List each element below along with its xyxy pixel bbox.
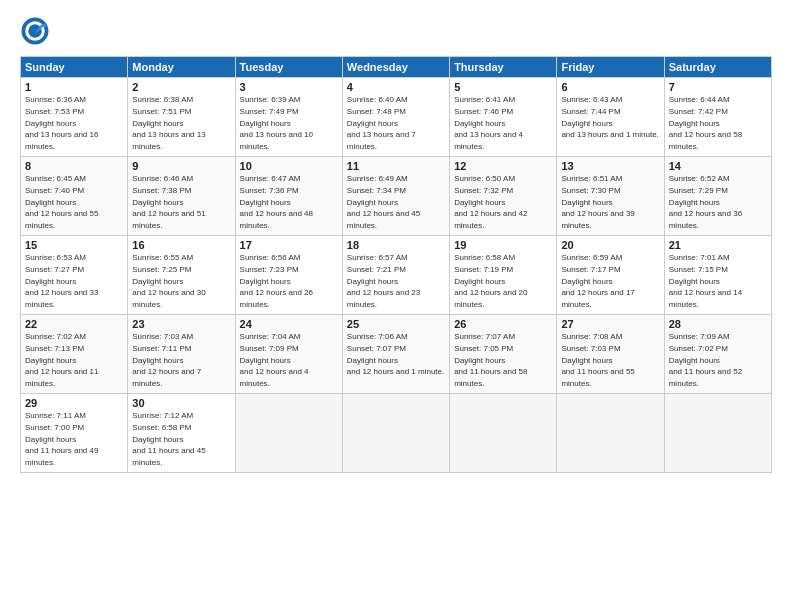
day-number: 4 [347, 81, 445, 93]
header-cell-monday: Monday [128, 57, 235, 78]
day-number: 16 [132, 239, 230, 251]
day-number: 22 [25, 318, 123, 330]
svg-point-2 [28, 24, 42, 38]
day-number: 23 [132, 318, 230, 330]
header-cell-saturday: Saturday [664, 57, 771, 78]
day-cell: 14 Sunrise: 6:52 AMSunset: 7:29 PMDaylig… [664, 156, 771, 235]
day-number: 26 [454, 318, 552, 330]
day-number: 30 [132, 397, 230, 409]
day-cell: 15 Sunrise: 6:53 AMSunset: 7:27 PMDaylig… [21, 235, 128, 314]
day-info: Sunrise: 6:47 AMSunset: 7:36 PMDaylight … [240, 174, 313, 230]
day-info: Sunrise: 6:45 AMSunset: 7:40 PMDaylight … [25, 174, 98, 230]
day-info: Sunrise: 7:07 AMSunset: 7:05 PMDaylight … [454, 332, 527, 388]
day-number: 8 [25, 160, 123, 172]
day-number: 11 [347, 160, 445, 172]
week-row-5: 29 Sunrise: 7:11 AMSunset: 7:00 PMDaylig… [21, 393, 772, 472]
day-number: 25 [347, 318, 445, 330]
day-number: 15 [25, 239, 123, 251]
day-info: Sunrise: 6:56 AMSunset: 7:23 PMDaylight … [240, 253, 313, 309]
day-cell: 25 Sunrise: 7:06 AMSunset: 7:07 PMDaylig… [342, 314, 449, 393]
day-info: Sunrise: 7:08 AMSunset: 7:03 PMDaylight … [561, 332, 634, 388]
day-info: Sunrise: 7:09 AMSunset: 7:02 PMDaylight … [669, 332, 742, 388]
day-cell: 13 Sunrise: 6:51 AMSunset: 7:30 PMDaylig… [557, 156, 664, 235]
day-info: Sunrise: 7:04 AMSunset: 7:09 PMDaylight … [240, 332, 309, 388]
day-cell: 7 Sunrise: 6:44 AMSunset: 7:42 PMDayligh… [664, 78, 771, 157]
day-number: 20 [561, 239, 659, 251]
day-number: 14 [669, 160, 767, 172]
logo [20, 16, 54, 46]
day-cell: 5 Sunrise: 6:41 AMSunset: 7:46 PMDayligh… [450, 78, 557, 157]
day-info: Sunrise: 6:36 AMSunset: 7:53 PMDaylight … [25, 95, 98, 151]
week-row-3: 15 Sunrise: 6:53 AMSunset: 7:27 PMDaylig… [21, 235, 772, 314]
day-cell: 6 Sunrise: 6:43 AMSunset: 7:44 PMDayligh… [557, 78, 664, 157]
day-cell: 8 Sunrise: 6:45 AMSunset: 7:40 PMDayligh… [21, 156, 128, 235]
day-cell: 24 Sunrise: 7:04 AMSunset: 7:09 PMDaylig… [235, 314, 342, 393]
day-number: 5 [454, 81, 552, 93]
day-info: Sunrise: 7:01 AMSunset: 7:15 PMDaylight … [669, 253, 742, 309]
day-info: Sunrise: 6:38 AMSunset: 7:51 PMDaylight … [132, 95, 205, 151]
day-cell: 1 Sunrise: 6:36 AMSunset: 7:53 PMDayligh… [21, 78, 128, 157]
day-cell: 21 Sunrise: 7:01 AMSunset: 7:15 PMDaylig… [664, 235, 771, 314]
day-cell: 29 Sunrise: 7:11 AMSunset: 7:00 PMDaylig… [21, 393, 128, 472]
day-number: 2 [132, 81, 230, 93]
day-number: 29 [25, 397, 123, 409]
day-number: 12 [454, 160, 552, 172]
day-info: Sunrise: 7:11 AMSunset: 7:00 PMDaylight … [25, 411, 98, 467]
day-info: Sunrise: 6:50 AMSunset: 7:32 PMDaylight … [454, 174, 527, 230]
day-cell: 3 Sunrise: 6:39 AMSunset: 7:49 PMDayligh… [235, 78, 342, 157]
week-row-1: 1 Sunrise: 6:36 AMSunset: 7:53 PMDayligh… [21, 78, 772, 157]
day-info: Sunrise: 6:59 AMSunset: 7:17 PMDaylight … [561, 253, 634, 309]
header-cell-wednesday: Wednesday [342, 57, 449, 78]
day-number: 9 [132, 160, 230, 172]
day-number: 6 [561, 81, 659, 93]
day-cell [557, 393, 664, 472]
day-cell: 10 Sunrise: 6:47 AMSunset: 7:36 PMDaylig… [235, 156, 342, 235]
day-info: Sunrise: 6:53 AMSunset: 7:27 PMDaylight … [25, 253, 98, 309]
calendar-table: SundayMondayTuesdayWednesdayThursdayFrid… [20, 56, 772, 473]
header-cell-sunday: Sunday [21, 57, 128, 78]
header-cell-friday: Friday [557, 57, 664, 78]
day-cell: 20 Sunrise: 6:59 AMSunset: 7:17 PMDaylig… [557, 235, 664, 314]
day-info: Sunrise: 6:41 AMSunset: 7:46 PMDaylight … [454, 95, 523, 151]
day-cell: 19 Sunrise: 6:58 AMSunset: 7:19 PMDaylig… [450, 235, 557, 314]
day-number: 3 [240, 81, 338, 93]
day-cell [235, 393, 342, 472]
day-number: 28 [669, 318, 767, 330]
day-number: 17 [240, 239, 338, 251]
day-info: Sunrise: 6:58 AMSunset: 7:19 PMDaylight … [454, 253, 527, 309]
day-number: 7 [669, 81, 767, 93]
day-info: Sunrise: 6:55 AMSunset: 7:25 PMDaylight … [132, 253, 205, 309]
day-cell: 28 Sunrise: 7:09 AMSunset: 7:02 PMDaylig… [664, 314, 771, 393]
day-info: Sunrise: 6:44 AMSunset: 7:42 PMDaylight … [669, 95, 742, 151]
header-row: SundayMondayTuesdayWednesdayThursdayFrid… [21, 57, 772, 78]
day-cell [450, 393, 557, 472]
day-cell: 18 Sunrise: 6:57 AMSunset: 7:21 PMDaylig… [342, 235, 449, 314]
calendar-page: SundayMondayTuesdayWednesdayThursdayFrid… [0, 0, 792, 612]
day-info: Sunrise: 6:49 AMSunset: 7:34 PMDaylight … [347, 174, 420, 230]
week-row-2: 8 Sunrise: 6:45 AMSunset: 7:40 PMDayligh… [21, 156, 772, 235]
day-info: Sunrise: 6:39 AMSunset: 7:49 PMDaylight … [240, 95, 313, 151]
day-info: Sunrise: 7:03 AMSunset: 7:11 PMDaylight … [132, 332, 201, 388]
day-cell: 9 Sunrise: 6:46 AMSunset: 7:38 PMDayligh… [128, 156, 235, 235]
day-cell: 12 Sunrise: 6:50 AMSunset: 7:32 PMDaylig… [450, 156, 557, 235]
header [20, 16, 772, 46]
day-number: 18 [347, 239, 445, 251]
day-info: Sunrise: 6:46 AMSunset: 7:38 PMDaylight … [132, 174, 205, 230]
day-cell: 22 Sunrise: 7:02 AMSunset: 7:13 PMDaylig… [21, 314, 128, 393]
calendar-header: SundayMondayTuesdayWednesdayThursdayFrid… [21, 57, 772, 78]
day-number: 10 [240, 160, 338, 172]
logo-icon [20, 16, 50, 46]
day-cell: 27 Sunrise: 7:08 AMSunset: 7:03 PMDaylig… [557, 314, 664, 393]
day-cell: 2 Sunrise: 6:38 AMSunset: 7:51 PMDayligh… [128, 78, 235, 157]
day-info: Sunrise: 6:52 AMSunset: 7:29 PMDaylight … [669, 174, 742, 230]
day-number: 1 [25, 81, 123, 93]
day-info: Sunrise: 7:12 AMSunset: 6:58 PMDaylight … [132, 411, 205, 467]
day-number: 27 [561, 318, 659, 330]
day-number: 19 [454, 239, 552, 251]
day-cell: 26 Sunrise: 7:07 AMSunset: 7:05 PMDaylig… [450, 314, 557, 393]
day-number: 21 [669, 239, 767, 251]
day-info: Sunrise: 6:51 AMSunset: 7:30 PMDaylight … [561, 174, 634, 230]
calendar-body: 1 Sunrise: 6:36 AMSunset: 7:53 PMDayligh… [21, 78, 772, 473]
day-number: 24 [240, 318, 338, 330]
day-cell: 16 Sunrise: 6:55 AMSunset: 7:25 PMDaylig… [128, 235, 235, 314]
